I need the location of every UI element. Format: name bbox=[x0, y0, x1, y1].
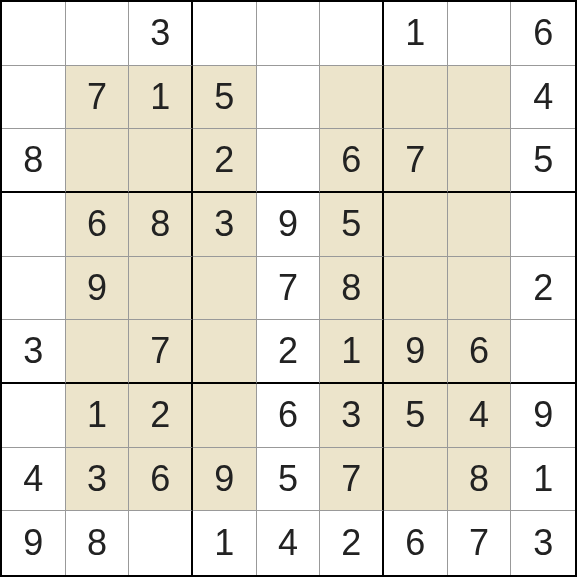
sudoku-cell[interactable] bbox=[193, 2, 257, 66]
sudoku-cell[interactable] bbox=[384, 448, 448, 512]
sudoku-cell[interactable]: 3 bbox=[511, 511, 575, 575]
sudoku-cell[interactable]: 1 bbox=[66, 384, 130, 448]
sudoku-cell[interactable]: 5 bbox=[511, 129, 575, 193]
sudoku-cell[interactable]: 3 bbox=[2, 320, 66, 384]
sudoku-cell[interactable]: 4 bbox=[2, 448, 66, 512]
sudoku-cell[interactable] bbox=[129, 511, 193, 575]
sudoku-cell[interactable]: 7 bbox=[384, 129, 448, 193]
sudoku-cell[interactable]: 3 bbox=[193, 193, 257, 257]
sudoku-cell[interactable]: 5 bbox=[193, 66, 257, 130]
sudoku-cell[interactable] bbox=[129, 129, 193, 193]
sudoku-cell[interactable]: 4 bbox=[448, 384, 512, 448]
sudoku-cell[interactable]: 6 bbox=[129, 448, 193, 512]
sudoku-cell[interactable]: 8 bbox=[320, 257, 384, 321]
sudoku-cell[interactable]: 2 bbox=[320, 511, 384, 575]
sudoku-cell[interactable]: 3 bbox=[66, 448, 130, 512]
sudoku-cell[interactable] bbox=[320, 66, 384, 130]
sudoku-cell[interactable]: 3 bbox=[320, 384, 384, 448]
sudoku-cell[interactable]: 5 bbox=[320, 193, 384, 257]
sudoku-cell[interactable] bbox=[511, 193, 575, 257]
sudoku-cell[interactable]: 5 bbox=[384, 384, 448, 448]
sudoku-cell[interactable] bbox=[66, 320, 130, 384]
sudoku-cell[interactable] bbox=[384, 193, 448, 257]
sudoku-cell[interactable]: 2 bbox=[257, 320, 321, 384]
sudoku-cell[interactable]: 6 bbox=[66, 193, 130, 257]
sudoku-cell[interactable]: 9 bbox=[511, 384, 575, 448]
sudoku-cell[interactable]: 8 bbox=[129, 193, 193, 257]
sudoku-cell[interactable] bbox=[193, 320, 257, 384]
sudoku-cell[interactable]: 6 bbox=[448, 320, 512, 384]
sudoku-cell[interactable] bbox=[129, 257, 193, 321]
sudoku-cell[interactable] bbox=[2, 2, 66, 66]
sudoku-cell[interactable] bbox=[66, 129, 130, 193]
sudoku-cell[interactable]: 2 bbox=[511, 257, 575, 321]
sudoku-cell[interactable]: 3 bbox=[129, 2, 193, 66]
sudoku-cell[interactable] bbox=[448, 257, 512, 321]
sudoku-cell[interactable]: 9 bbox=[384, 320, 448, 384]
sudoku-cell[interactable]: 9 bbox=[193, 448, 257, 512]
sudoku-cell[interactable]: 4 bbox=[257, 511, 321, 575]
sudoku-cell[interactable] bbox=[257, 2, 321, 66]
sudoku-cell[interactable] bbox=[320, 2, 384, 66]
sudoku-cell[interactable]: 7 bbox=[257, 257, 321, 321]
sudoku-cell[interactable]: 7 bbox=[320, 448, 384, 512]
sudoku-cell[interactable]: 7 bbox=[66, 66, 130, 130]
sudoku-cell[interactable] bbox=[257, 129, 321, 193]
sudoku-cell[interactable] bbox=[2, 66, 66, 130]
sudoku-cell[interactable]: 6 bbox=[320, 129, 384, 193]
sudoku-cell[interactable]: 1 bbox=[193, 511, 257, 575]
sudoku-cell[interactable] bbox=[448, 193, 512, 257]
sudoku-cell[interactable] bbox=[2, 257, 66, 321]
sudoku-cell[interactable]: 7 bbox=[448, 511, 512, 575]
sudoku-cell[interactable]: 9 bbox=[66, 257, 130, 321]
sudoku-cell[interactable]: 4 bbox=[511, 66, 575, 130]
sudoku-cell[interactable] bbox=[448, 66, 512, 130]
sudoku-cell[interactable]: 8 bbox=[66, 511, 130, 575]
sudoku-cell[interactable]: 7 bbox=[129, 320, 193, 384]
sudoku-cell[interactable] bbox=[66, 2, 130, 66]
sudoku-cell[interactable]: 6 bbox=[384, 511, 448, 575]
sudoku-cell[interactable]: 1 bbox=[511, 448, 575, 512]
sudoku-cell[interactable]: 6 bbox=[257, 384, 321, 448]
sudoku-cell[interactable]: 2 bbox=[193, 129, 257, 193]
sudoku-cell[interactable]: 1 bbox=[320, 320, 384, 384]
sudoku-cell[interactable] bbox=[511, 320, 575, 384]
sudoku-cell[interactable] bbox=[448, 2, 512, 66]
sudoku-cell[interactable]: 1 bbox=[384, 2, 448, 66]
sudoku-cell[interactable] bbox=[448, 129, 512, 193]
sudoku-cell[interactable] bbox=[257, 66, 321, 130]
sudoku-cell[interactable]: 2 bbox=[129, 384, 193, 448]
sudoku-cell[interactable] bbox=[193, 257, 257, 321]
sudoku-cell[interactable]: 9 bbox=[257, 193, 321, 257]
sudoku-cell[interactable] bbox=[384, 257, 448, 321]
sudoku-board[interactable]: 3167154826756839597823721961263549436957… bbox=[0, 0, 577, 577]
sudoku-cell[interactable] bbox=[384, 66, 448, 130]
sudoku-cell[interactable]: 8 bbox=[448, 448, 512, 512]
sudoku-cell[interactable]: 6 bbox=[511, 2, 575, 66]
sudoku-cell[interactable]: 5 bbox=[257, 448, 321, 512]
sudoku-cell[interactable] bbox=[193, 384, 257, 448]
sudoku-cell[interactable]: 9 bbox=[2, 511, 66, 575]
sudoku-cell[interactable]: 1 bbox=[129, 66, 193, 130]
sudoku-cell[interactable] bbox=[2, 193, 66, 257]
sudoku-cell[interactable]: 8 bbox=[2, 129, 66, 193]
sudoku-cell[interactable] bbox=[2, 384, 66, 448]
